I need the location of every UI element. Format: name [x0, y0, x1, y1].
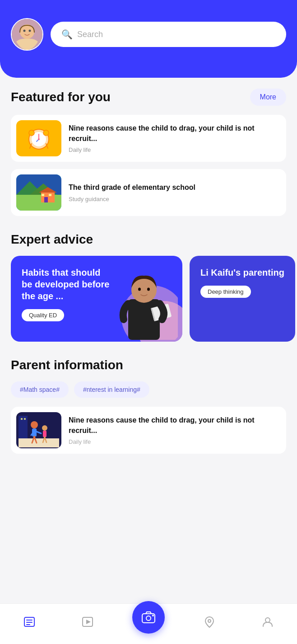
svg-point-9: [43, 130, 49, 136]
svg-point-54: [265, 618, 270, 622]
featured-item[interactable]: Nine reasons cause the child to drag, yo…: [11, 115, 286, 162]
featured-thumb-alarm: [16, 120, 61, 156]
profile-icon: [260, 614, 276, 630]
tag-interest-learning[interactable]: #nterest in learning#: [74, 381, 149, 398]
featured-item-title: The third grade of elementary school: [69, 183, 281, 193]
tag-math-space[interactable]: #Math space#: [11, 381, 69, 398]
featured-item-category: Daily life: [69, 146, 281, 153]
nav-item-news[interactable]: [16, 614, 43, 630]
svg-point-3: [29, 30, 31, 32]
expert-section: Expert advice Habits that should be deve…: [11, 232, 286, 342]
featured-info: The third grade of elementary school Stu…: [69, 183, 281, 202]
nav-item-video[interactable]: [74, 614, 101, 630]
svg-point-26: [147, 288, 150, 291]
expert-person-illustration: [108, 259, 178, 342]
svg-rect-20: [42, 194, 44, 196]
expert-header: Expert advice: [11, 232, 286, 247]
parent-item-title: Nine reasons cause the child to drag, yo…: [69, 415, 281, 436]
search-bar[interactable]: 🔍 Search: [51, 22, 286, 47]
expert-card-title: Li Kaifu's parenting: [200, 267, 284, 278]
parent-header: Parent information: [11, 358, 286, 372]
parent-item-category: Daily life: [69, 438, 281, 445]
svg-marker-49: [86, 620, 91, 624]
nav-item-profile[interactable]: [254, 614, 281, 630]
svg-point-8: [29, 130, 34, 136]
svg-point-53: [208, 620, 211, 622]
location-icon: [201, 614, 218, 630]
bottom-nav: [0, 603, 297, 644]
expert-tag: Quality ED: [22, 309, 64, 321]
featured-item-title: Nine reasons cause the child to drag, yo…: [69, 123, 281, 144]
svg-point-51: [146, 616, 151, 620]
featured-section: Featured for you More: [11, 89, 286, 216]
parent-title: Parent information: [11, 358, 123, 372]
avatar[interactable]: [11, 18, 43, 51]
expert-card[interactable]: Habits that should be developed before t…: [11, 256, 182, 342]
svg-point-37: [42, 425, 47, 431]
featured-item[interactable]: NIG: [11, 169, 286, 216]
play-icon: [79, 614, 96, 630]
svg-point-52: [152, 615, 154, 616]
parent-item[interactable]: Nine reasons cause the child to drag, yo…: [11, 407, 286, 454]
parent-section: Parent information #Math space# #nterest…: [11, 358, 286, 454]
camera-button[interactable]: [132, 601, 165, 634]
svg-rect-43: [24, 418, 26, 420]
parent-thumb-walk: [16, 412, 61, 448]
svg-rect-21: [49, 194, 51, 196]
svg-rect-30: [19, 438, 59, 447]
featured-list: Nine reasons cause the child to drag, yo…: [11, 115, 286, 216]
main-content: Featured for you More: [0, 78, 297, 510]
svg-point-2: [23, 30, 26, 32]
search-icon: 🔍: [61, 29, 73, 40]
search-placeholder: Search: [77, 30, 103, 39]
header: 🔍 Search: [0, 0, 297, 78]
featured-title: Featured for you: [11, 90, 111, 104]
featured-more-button[interactable]: More: [250, 89, 286, 106]
featured-thumb-school: NIG: [16, 174, 61, 211]
tags-row: #Math space# #nterest in learning#: [11, 381, 286, 398]
svg-point-25: [138, 288, 141, 291]
expert-card-title: Habits that should be developed before t…: [22, 267, 112, 302]
svg-rect-41: [19, 416, 28, 438]
expert-card-partial[interactable]: Li Kaifu's parenting Deep thinking: [190, 256, 295, 342]
svg-point-10: [38, 138, 40, 140]
svg-point-31: [31, 421, 38, 428]
expert-scroll: Habits that should be developed before t…: [11, 256, 286, 342]
svg-rect-19: [44, 197, 48, 202]
expert-tag: Deep thinking: [200, 286, 251, 298]
expert-title: Expert advice: [11, 232, 93, 247]
news-icon: [21, 614, 37, 630]
featured-info: Nine reasons cause the child to drag, yo…: [69, 123, 281, 153]
svg-rect-42: [21, 418, 23, 420]
nav-item-location[interactable]: [196, 614, 223, 630]
featured-item-category: Study guidance: [69, 196, 281, 202]
featured-header: Featured for you More: [11, 89, 286, 106]
parent-info: Nine reasons cause the child to drag, yo…: [69, 415, 281, 445]
svg-rect-38: [43, 431, 46, 437]
